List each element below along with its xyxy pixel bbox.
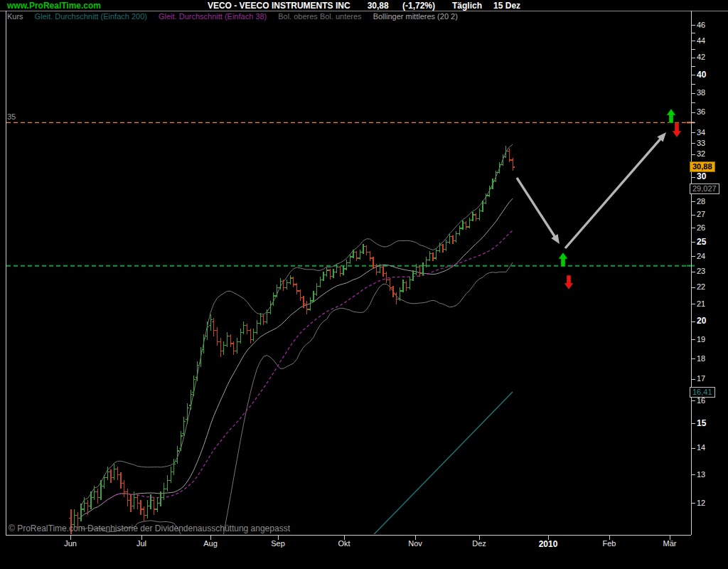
candle [468, 218, 471, 228]
candle [112, 464, 116, 480]
price-axis-label: 42 [697, 53, 725, 62]
candle [232, 341, 235, 355]
candle [92, 486, 96, 500]
price-axis-label: 34 [697, 128, 725, 137]
candle [401, 280, 405, 292]
candle [305, 301, 309, 314]
price-axis-label: 32 [697, 149, 725, 159]
month-label-Nov: Nov [394, 539, 437, 548]
price-axis-label: 13 [697, 470, 725, 479]
price-axis-label: 38 [697, 88, 725, 97]
candle [508, 149, 511, 162]
month-label-Dez: Dez [458, 539, 500, 548]
candle [242, 321, 245, 334]
price-axis-label: 27 [697, 210, 725, 219]
candle [368, 251, 372, 262]
candle [225, 332, 229, 347]
candle [269, 301, 272, 314]
candle [454, 231, 458, 243]
candle [282, 280, 285, 291]
price-axis-label: 36 [697, 107, 725, 117]
signal-arrow-up-icon [559, 252, 568, 267]
signal-arrow-down-icon [564, 275, 574, 289]
price-axis-label: 44 [697, 36, 725, 46]
candle [142, 506, 146, 521]
trend-arrow-line[interactable] [517, 178, 557, 240]
price-axis-label: 18 [697, 354, 725, 363]
candle [461, 220, 464, 230]
price-axis-label: 24 [697, 252, 725, 261]
price-axis-label: 23 [697, 267, 725, 276]
candle [371, 257, 375, 269]
copyright-note: © ProRealTime.com Datenhistorie der Divi… [9, 523, 290, 533]
candle [179, 431, 183, 451]
candle [196, 361, 199, 382]
boll-price-badge: 29,027 [690, 184, 719, 194]
month-label-Sep: Sep [257, 539, 299, 548]
prorealtime-window: www.ProRealTime.com VECO - VEECO INSTRUM… [0, 0, 728, 569]
candle [494, 171, 498, 183]
candle [408, 277, 412, 289]
month-label-Okt: Okt [323, 539, 365, 548]
chart-frame [0, 11, 728, 540]
candle [451, 235, 454, 244]
price-axis-label: 22 [697, 282, 725, 292]
candle [129, 494, 132, 512]
price-axis-label: 46 [697, 21, 725, 30]
candle [136, 494, 139, 509]
candle [265, 309, 269, 324]
candle [99, 480, 102, 500]
candle [82, 497, 86, 512]
candle [212, 318, 215, 336]
month-label-Feb: Feb [588, 539, 631, 548]
candle [229, 334, 232, 347]
bollinger-upper-band [81, 144, 513, 506]
candle [511, 158, 515, 171]
price-chart[interactable] [0, 0, 728, 569]
last-price-badge: 30,88 [690, 161, 715, 172]
candle [259, 313, 262, 325]
price-axis-label: 14 [697, 443, 725, 452]
candle [235, 338, 239, 353]
candle [222, 341, 225, 355]
candle [122, 480, 126, 497]
price-axis-label: 20 [697, 317, 725, 326]
candle [458, 225, 461, 235]
candle [102, 475, 106, 489]
candle [385, 272, 388, 282]
candle [431, 252, 434, 262]
price-axis-label: 19 [697, 335, 725, 344]
candle [279, 278, 282, 289]
price-axis-label: 28 [697, 197, 725, 206]
candle [328, 269, 332, 280]
candle [156, 497, 159, 512]
price-axis-label: 21 [697, 299, 725, 309]
candle [119, 472, 122, 489]
candles-layer [69, 146, 514, 536]
candle [162, 483, 166, 500]
projection-arrows [517, 132, 666, 248]
candle [126, 489, 129, 506]
candle [116, 467, 119, 480]
candle [361, 244, 365, 254]
price-axis-label: 16 [697, 396, 725, 405]
candle [169, 467, 173, 483]
candle [252, 329, 255, 341]
price-axis-label: 40 [697, 70, 725, 80]
candle [355, 251, 358, 262]
candle [348, 254, 352, 265]
candle [299, 289, 302, 301]
candle [166, 475, 169, 492]
candle [255, 320, 259, 334]
indicator-lines [81, 144, 513, 569]
price-axis-label: 15 [697, 419, 725, 428]
candle [272, 292, 275, 306]
level-lines [6, 122, 695, 265]
ma200-price-badge: 16,41 [690, 387, 715, 398]
trend-arrow-line[interactable] [565, 136, 663, 248]
candle [341, 266, 345, 275]
month-label-2010: 2010 [527, 539, 569, 549]
candle [149, 494, 152, 509]
candle [291, 277, 295, 288]
candle [441, 244, 444, 252]
